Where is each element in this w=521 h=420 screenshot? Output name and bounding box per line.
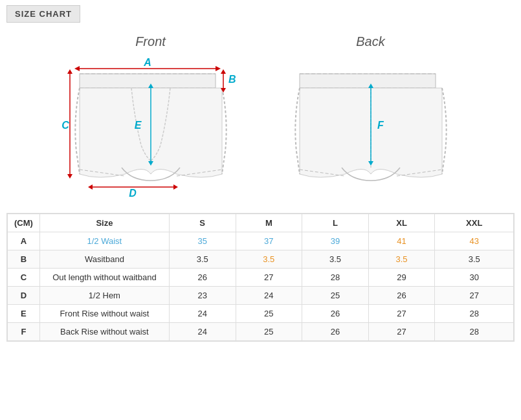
table-row: A1/2 Waist3537394143 [8, 232, 514, 250]
row-value: 43 [435, 232, 514, 250]
unit-header: (CM) [8, 214, 40, 232]
back-svg: F [280, 54, 461, 203]
back-diagram: Back [280, 34, 461, 203]
row-label: 1/2 Hem [39, 287, 169, 305]
table-header-row: (CM) Size S M L XL XXL [8, 214, 514, 232]
row-value: 26 [302, 305, 369, 323]
row-value: 37 [236, 232, 302, 250]
row-label: Wasitband [39, 250, 169, 269]
svg-marker-15 [67, 174, 72, 179]
table-row: EFront Rise without waist2425262728 [8, 305, 514, 323]
m-col-header: M [236, 214, 302, 232]
row-label: Front Rise without waist [39, 305, 169, 323]
front-underwear-diagram: A B C D E [60, 54, 241, 203]
svg-rect-25 [300, 74, 436, 88]
svg-text:C: C [61, 120, 69, 131]
row-key: D [8, 287, 40, 305]
row-value: 41 [368, 232, 435, 250]
row-value: 3.5 [302, 250, 369, 269]
table-row: COut length without waitband2627282930 [8, 269, 514, 287]
diagram-section: Front [0, 28, 521, 203]
front-svg: A B C D E [60, 54, 241, 203]
size-table: (CM) Size S M L XL XXL A1/2 Waist3537394… [7, 214, 514, 341]
row-value: 3.5 [368, 250, 435, 269]
row-value: 25 [302, 287, 369, 305]
svg-text:D: D [129, 188, 137, 199]
row-value: 26 [368, 287, 435, 305]
svg-marker-10 [221, 69, 226, 74]
row-value: 3.5 [435, 250, 514, 269]
row-key: B [8, 250, 40, 269]
table-row: D1/2 Hem2324252627 [8, 287, 514, 305]
row-value: 27 [368, 323, 435, 341]
svg-text:A: A [143, 57, 151, 68]
row-value: 30 [435, 269, 514, 287]
svg-marker-7 [216, 66, 221, 71]
row-label: Back Rise without waist [39, 323, 169, 341]
row-value: 26 [169, 269, 236, 287]
row-key: F [8, 323, 40, 341]
row-key: E [8, 305, 40, 323]
title-text: SIZE CHART [15, 9, 72, 19]
front-diagram: Front [60, 34, 241, 203]
xxl-col-header: XXL [435, 214, 514, 232]
svg-text:E: E [134, 120, 142, 131]
size-table-wrapper: (CM) Size S M L XL XXL A1/2 Waist3537394… [6, 213, 515, 342]
svg-text:B: B [228, 74, 236, 85]
row-label: Out length without waitband [39, 269, 169, 287]
back-label: Back [356, 34, 384, 49]
svg-marker-6 [74, 66, 80, 71]
row-value: 26 [302, 323, 369, 341]
row-value: 23 [169, 287, 236, 305]
row-value: 28 [435, 323, 514, 341]
size-col-header: Size [39, 214, 169, 232]
row-value: 27 [236, 269, 302, 287]
row-key: C [8, 269, 40, 287]
row-value: 27 [368, 305, 435, 323]
xl-col-header: XL [368, 214, 435, 232]
row-value: 28 [302, 269, 369, 287]
size-chart-title: SIZE CHART [6, 5, 80, 23]
row-value: 24 [169, 305, 236, 323]
front-label: Front [135, 34, 166, 49]
svg-marker-18 [88, 184, 93, 190]
svg-rect-0 [80, 74, 216, 88]
back-underwear-diagram: F [280, 54, 461, 203]
row-value: 24 [236, 287, 302, 305]
row-value: 24 [169, 323, 236, 341]
table-row: FBack Rise without waist2425262728 [8, 323, 514, 341]
table-row: BWasitband3.53.53.53.53.5 [8, 250, 514, 269]
row-value: 3.5 [169, 250, 236, 269]
row-value: 27 [435, 287, 514, 305]
svg-marker-19 [173, 184, 178, 190]
row-value: 3.5 [236, 250, 302, 269]
s-col-header: S [169, 214, 236, 232]
svg-marker-14 [67, 69, 72, 74]
row-value: 25 [236, 305, 302, 323]
row-value: 28 [435, 305, 514, 323]
row-value: 35 [169, 232, 236, 250]
row-label: 1/2 Waist [39, 232, 169, 250]
svg-text:F: F [377, 120, 384, 131]
row-value: 29 [368, 269, 435, 287]
row-value: 39 [302, 232, 369, 250]
l-col-header: L [302, 214, 369, 232]
row-value: 25 [236, 323, 302, 341]
row-key: A [8, 232, 40, 250]
